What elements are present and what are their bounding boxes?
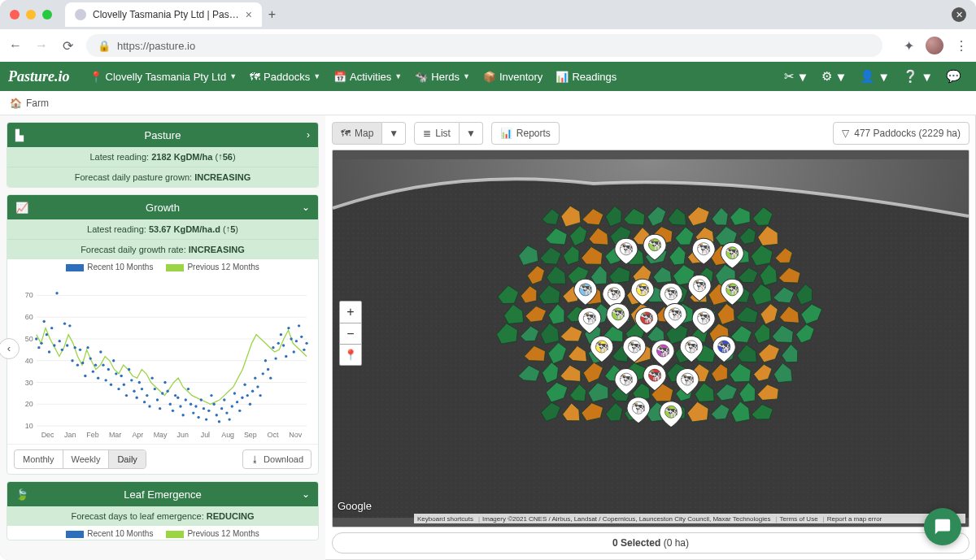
view-toggle-list[interactable]: ≣List ▼ [414, 122, 483, 145]
nav-label: Readings [572, 71, 617, 83]
account-menu[interactable]: 👤▼ [853, 69, 896, 84]
pasture-latest-row: Latest reading: 2182 KgDM/ha (↑56) [7, 147, 318, 167]
brand-logo[interactable]: Pasture.io [8, 68, 70, 85]
address-bar[interactable]: 🔒 https://pasture.io [86, 34, 882, 57]
panel-header-growth[interactable]: 📈 Growth ⌄ [7, 195, 318, 219]
reload-button[interactable]: ⟳ [60, 38, 75, 54]
svg-point-120 [277, 342, 280, 345]
svg-point-78 [169, 403, 172, 406]
map-zoom-control[interactable]: + − 📍 [339, 301, 362, 366]
intercom-chat-button[interactable] [924, 508, 961, 545]
growth-granularity-segment[interactable]: Monthly Weekly Daily [14, 449, 146, 469]
nav-readings[interactable]: 📊 Readings [549, 62, 623, 91]
svg-point-94 [210, 394, 212, 397]
tools-menu[interactable]: ✂▼ [778, 69, 816, 84]
panel-header-pasture[interactable]: ▙ Pasture › [7, 123, 318, 147]
panel-pasture: ▙ Pasture › Latest reading: 2182 KgDM/ha… [7, 122, 319, 188]
svg-point-119 [274, 357, 277, 359]
sidebar-collapse-button[interactable]: ‹ [0, 338, 20, 359]
svg-point-131 [305, 342, 307, 345]
view-toggle-map[interactable]: 🗺Map ▼ [332, 122, 406, 145]
seg-weekly[interactable]: Weekly [63, 450, 109, 468]
reports-button[interactable]: 📊Reports [491, 122, 560, 145]
window-minimize[interactable] [26, 10, 36, 20]
paddock-count-pill[interactable]: ▽477 Paddocks (2229 ha) [833, 122, 969, 145]
home-icon[interactable]: 🏠 [10, 98, 22, 109]
svg-point-82 [179, 405, 181, 407]
panel-title: Growth [7, 202, 318, 214]
nav-inventory[interactable]: 📦 Inventory [477, 62, 549, 91]
zoom-in-button[interactable]: + [340, 302, 361, 323]
breadcrumb-item[interactable]: Farm [26, 98, 49, 109]
list-view-button[interactable]: ≣List [414, 122, 460, 145]
chart-area-icon: ▙ [15, 129, 24, 141]
map-view-dropdown[interactable]: ▼ [382, 122, 406, 145]
back-button[interactable]: ← [8, 38, 23, 53]
svg-point-102 [231, 405, 233, 407]
map-canvas[interactable]: 🐄 🐄 🐄 🐄 🐄 🐄 🐄 🐄 [332, 150, 969, 527]
svg-text:🐄: 🐄 [619, 371, 634, 386]
zoom-out-button[interactable]: − [340, 323, 361, 344]
growth-footer: Monthly Weekly Daily ⭳ Download [7, 444, 318, 474]
attrib-text[interactable]: Report a map error [823, 515, 882, 523]
svg-point-66 [138, 381, 141, 384]
svg-point-125 [290, 337, 292, 340]
list-icon: ≣ [423, 128, 431, 139]
chevron-down-icon: ▼ [463, 72, 470, 80]
map-selection-footer[interactable]: 0 Selected (0 ha) [332, 532, 969, 553]
svg-point-38 [66, 344, 68, 346]
farm-selector[interactable]: 📍 Clovelly Tasmania Pty Ltd ▼ [83, 62, 244, 91]
svg-point-126 [293, 350, 295, 353]
svg-point-34 [55, 292, 58, 294]
svg-point-73 [156, 398, 159, 401]
svg-point-109 [249, 403, 251, 406]
download-icon: ⭳ [251, 454, 259, 464]
nav-herds[interactable]: 🐄 Herds ▼ [408, 62, 477, 91]
nav-activities[interactable]: 📅 Activities ▼ [327, 62, 408, 91]
attrib-text[interactable]: Terms of Use [775, 515, 817, 523]
svg-point-116 [267, 368, 269, 371]
svg-text:Oct: Oct [268, 431, 279, 439]
svg-text:🐄: 🐄 [611, 306, 625, 320]
svg-point-130 [303, 349, 305, 351]
browser-tab[interactable]: ⠀ Clovelly Tasmania Pty Ltd | Pas… × [65, 2, 262, 27]
svg-point-57 [115, 372, 117, 375]
svg-point-58 [117, 388, 120, 390]
map-view-button[interactable]: 🗺Map [332, 122, 382, 145]
list-view-dropdown[interactable]: ▼ [460, 122, 483, 145]
window-close[interactable] [10, 10, 20, 20]
browser-menu-icon[interactable]: ⋮ [955, 38, 968, 54]
close-icon[interactable]: × [246, 8, 252, 21]
new-tab-button[interactable]: + [268, 7, 276, 22]
svg-point-27 [37, 346, 40, 349]
panel-header-leaf[interactable]: 🍃 Leaf Emergence ⌄ [7, 482, 318, 506]
svg-point-89 [197, 416, 199, 419]
settings-menu[interactable]: ⚙▼ [815, 69, 853, 84]
seg-monthly[interactable]: Monthly [15, 450, 63, 468]
svg-point-121 [280, 333, 282, 336]
seg-daily[interactable]: Daily [108, 450, 145, 468]
profile-avatar[interactable] [926, 37, 943, 54]
help-menu[interactable]: ❔▼ [896, 69, 939, 84]
nav-paddocks[interactable]: 🗺 Paddocks ▼ [243, 62, 327, 91]
attrib-text[interactable]: Keyboard shortcuts [417, 515, 473, 523]
box-icon: 📦 [483, 71, 496, 83]
svg-point-100 [225, 411, 228, 414]
chat-icon[interactable]: 💬 [939, 69, 968, 84]
svg-point-117 [269, 376, 272, 379]
window-maximize[interactable] [42, 10, 52, 20]
locate-button[interactable]: 📍 [340, 344, 361, 365]
extensions-icon[interactable]: ✦ [904, 38, 914, 54]
download-button[interactable]: ⭳ Download [242, 449, 312, 469]
svg-point-104 [236, 401, 238, 403]
svg-point-111 [254, 376, 256, 379]
forward-button[interactable]: → [34, 38, 49, 53]
svg-text:🐄: 🐄 [692, 277, 707, 292]
svg-point-118 [272, 346, 274, 349]
tabstrip-overflow-icon[interactable]: ✕ [952, 7, 966, 22]
legend-label: Previous 12 Months [187, 529, 259, 538]
svg-point-61 [125, 394, 128, 397]
traffic-lights[interactable] [10, 10, 52, 20]
value: INCREASING [189, 245, 245, 254]
svg-text:🐄: 🐄 [696, 310, 711, 324]
